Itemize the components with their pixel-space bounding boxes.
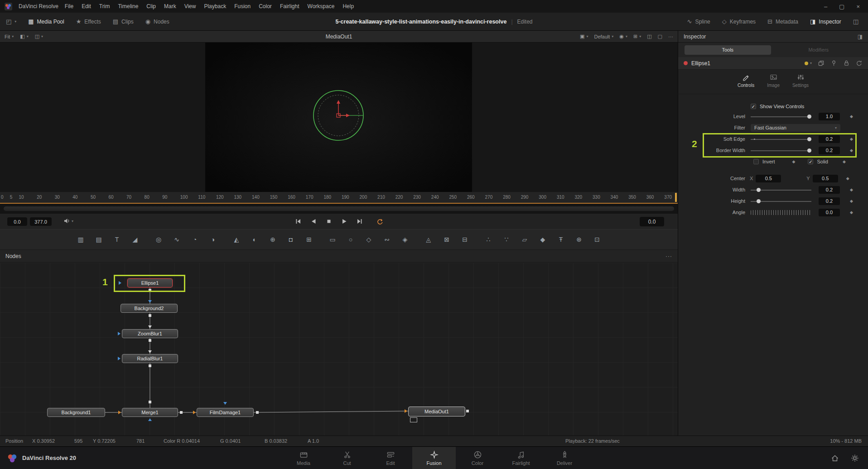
dve-icon[interactable]: ⊠ (441, 234, 453, 245)
filmdamage1-input-icon[interactable] (193, 411, 196, 414)
merge-icon[interactable]: ⊕ (267, 234, 279, 245)
menu-color[interactable]: Color (259, 3, 272, 10)
timeline-ruler[interactable]: 0510203040506070809010011012013014015016… (0, 192, 678, 204)
bspline-mask-icon[interactable]: ∾ (381, 234, 393, 245)
page-fusion[interactable]: Fusion (412, 447, 456, 469)
rectangle-mask-icon[interactable]: ▭ (327, 234, 338, 245)
node-filmdamage1[interactable]: FilmDamage1 (197, 408, 254, 417)
viewer-default-dropdown[interactable]: Default▾ (594, 34, 613, 39)
merge1-input-connector[interactable] (149, 401, 151, 403)
magic-mask-icon[interactable]: ◈ (399, 234, 411, 245)
menu-clip[interactable]: Clip (146, 3, 156, 10)
luma-keyer-icon[interactable]: ◐ (249, 234, 260, 245)
level-value-field[interactable]: 1.0 (819, 113, 840, 120)
node-merge1[interactable]: Merge1 (122, 408, 178, 417)
snapshot-button[interactable]: ▢ (658, 34, 662, 39)
menu-davinci-resolve[interactable]: DaVinci Resolve (19, 3, 58, 10)
reset-icon[interactable] (856, 60, 863, 67)
soft-edge-keyframe-icon[interactable]: ◆ (850, 137, 853, 141)
soft-edge-slider[interactable] (751, 137, 811, 141)
go-to-start-button[interactable] (293, 217, 303, 226)
angle-thumbwheel[interactable] (751, 210, 811, 215)
show-view-controls-checkbox[interactable]: ✓ (751, 104, 756, 109)
keyframes-button[interactable]: ◇Keyframes (716, 13, 762, 30)
gain-gamma-dropdown[interactable]: ◧▾ (20, 34, 28, 39)
height-slider[interactable] (751, 199, 811, 203)
clips-button[interactable]: ▤Clips (107, 13, 140, 30)
page-deliver[interactable]: Deliver (543, 447, 586, 469)
channel-view-dropdown[interactable]: ◫▾ (35, 34, 43, 39)
viewer-canvas[interactable] (205, 43, 472, 192)
metadata-button[interactable]: ⊟Metadata (762, 13, 804, 30)
channel-booleans-icon[interactable]: ⊞ (303, 234, 315, 245)
level-keyframe-icon[interactable]: ◆ (850, 114, 853, 119)
menu-playback[interactable]: Playback (204, 3, 226, 10)
width-keyframe-icon[interactable]: ◆ (850, 187, 853, 192)
renderer-3d-icon[interactable]: ⊡ (591, 234, 603, 245)
split-view-button[interactable]: ◫ (647, 34, 651, 39)
particle-render-icon[interactable]: ∵ (501, 234, 512, 245)
page-media[interactable]: Media (282, 447, 325, 469)
menu-fairlight[interactable]: Fairlight (280, 3, 299, 10)
delta-keyer-icon[interactable]: ◭ (231, 234, 242, 245)
tab-modifiers[interactable]: Modifiers (776, 47, 862, 53)
node-zoomblur1[interactable]: ZoomBlur1 (122, 329, 178, 338)
media-in-icon[interactable]: ▥ (75, 234, 87, 245)
minimize-button[interactable]: – (824, 3, 827, 10)
loop-button[interactable] (375, 217, 385, 226)
background2-output-connector[interactable] (149, 314, 151, 317)
menu-trim[interactable]: Trim (99, 3, 110, 10)
center-keyframe-icon[interactable]: ◆ (846, 176, 849, 181)
current-frame-field[interactable]: 0.0 (640, 217, 664, 226)
stop-button[interactable] (324, 217, 334, 226)
play-reverse-button[interactable] (309, 217, 318, 226)
radialblur1-input-icon[interactable] (148, 350, 152, 353)
audio-mute-button[interactable]: ▾ (63, 218, 73, 224)
border-width-slider[interactable] (751, 148, 811, 153)
center-y-field[interactable]: 0.5 (813, 175, 838, 182)
merge-3d-icon[interactable]: ⊛ (573, 234, 585, 245)
guides-dropdown[interactable]: ⊞▾ (633, 34, 641, 39)
lut-dropdown[interactable]: ◉▾ (619, 34, 627, 39)
page-color[interactable]: Color (456, 447, 499, 469)
go-to-end-button[interactable] (355, 217, 365, 226)
page-fairlight[interactable]: Fairlight (499, 447, 543, 469)
menu-timeline[interactable]: Timeline (118, 3, 138, 10)
pin-icon[interactable] (830, 60, 837, 67)
menu-file[interactable]: File (65, 3, 73, 10)
width-slider[interactable] (751, 188, 811, 192)
zoom-fit-dropdown[interactable]: Fit▾ (5, 34, 14, 39)
mediaout1-thumbnail-toggle[interactable] (410, 417, 417, 422)
invert-checkbox[interactable] (753, 159, 759, 164)
text-3d-icon[interactable]: Ŧ (555, 234, 567, 245)
mediaout1-input-icon[interactable] (405, 409, 407, 413)
shape-3d-icon[interactable]: ◆ (537, 234, 549, 245)
lock-icon[interactable] (843, 60, 850, 67)
node-ellipse1[interactable]: Ellipse1 (127, 278, 173, 287)
invert-keyframe-icon[interactable]: ◆ (792, 159, 796, 164)
width-value-field[interactable]: 0.2 (819, 186, 840, 194)
effects-button[interactable]: ★Effects (70, 13, 107, 30)
ellipse-mask-icon[interactable]: ○ (345, 234, 357, 245)
node-tile-color-dropdown[interactable]: ▾ (805, 61, 812, 65)
spline-button[interactable]: ∿Spline (681, 13, 716, 30)
viewer-options-button[interactable]: ··· (668, 34, 673, 39)
menu-mark[interactable]: Mark (164, 3, 176, 10)
node-mediaout1[interactable]: MediaOut1 (408, 407, 465, 416)
ellipse1-output-connector[interactable] (149, 289, 151, 292)
color-curves-icon[interactable]: ∿ (171, 234, 183, 245)
angle-keyframe-icon[interactable]: ◆ (850, 210, 853, 215)
home-icon[interactable] (831, 454, 839, 462)
menu-workspace[interactable]: Workspace (308, 3, 335, 10)
render-range-end-field[interactable]: 377.0 (30, 217, 52, 226)
node-background2[interactable]: Background2 (121, 304, 178, 313)
tab-tools[interactable]: Tools (685, 45, 771, 55)
menu-help[interactable]: Help (342, 3, 354, 10)
app-logo-icon[interactable] (5, 3, 12, 10)
menu-edit[interactable]: Edit (82, 3, 91, 10)
resize-icon[interactable]: ⊟ (459, 234, 471, 245)
menu-view[interactable]: View (184, 3, 196, 10)
merge1-background-input-icon[interactable] (118, 411, 121, 414)
versions-icon[interactable] (818, 60, 825, 67)
menu-fusion[interactable]: Fusion (234, 3, 251, 10)
